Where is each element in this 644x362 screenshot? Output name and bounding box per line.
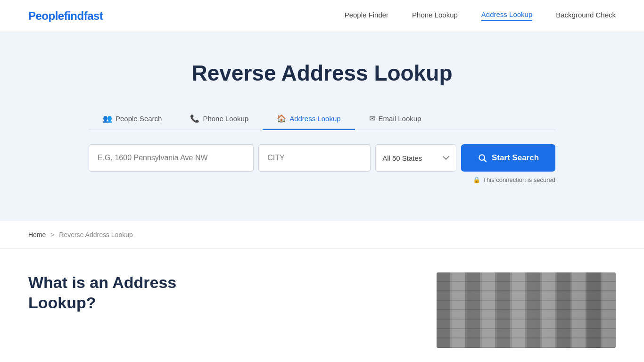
breadcrumb-home[interactable]: Home (28, 231, 46, 239)
nav-people-finder[interactable]: People Finder (345, 11, 388, 21)
address-input[interactable] (89, 144, 254, 172)
tab-address-lookup[interactable]: 🏠 Address Lookup (263, 109, 355, 130)
breadcrumb-current: Reverse Address Lookup (59, 231, 132, 239)
nav-address-lookup[interactable]: Address Lookup (481, 10, 532, 21)
secure-connection-text: 🔒 This connection is secured (473, 176, 555, 183)
email-lookup-icon: ✉ (369, 114, 375, 123)
content-title: What is an Address Lookup? (28, 272, 408, 313)
building-image-placeholder (437, 272, 616, 348)
phone-lookup-icon: 📞 (190, 114, 199, 123)
breadcrumb-section: Home > Reverse Address Lookup (0, 221, 644, 249)
logo[interactable]: Peoplefindfast (28, 9, 103, 23)
hero-title: Reverse Address Lookup (191, 60, 452, 86)
hero-section: Reverse Address Lookup 👥 People Search 📞… (0, 32, 644, 221)
search-form-wrapper: All 50 States Alabama Alaska Arizona Ark… (89, 144, 555, 183)
lock-icon: 🔒 (473, 176, 480, 183)
nav-phone-lookup[interactable]: Phone Lookup (412, 11, 458, 21)
content-section: What is an Address Lookup? (0, 249, 644, 362)
people-search-icon: 👥 (103, 114, 112, 123)
tab-email-lookup[interactable]: ✉ Email Lookup (355, 109, 436, 130)
address-lookup-icon: 🏠 (277, 114, 286, 123)
city-input[interactable] (258, 144, 371, 172)
tab-people-search[interactable]: 👥 People Search (89, 109, 176, 130)
header: Peoplefindfast People Finder Phone Looku… (0, 0, 644, 32)
search-tabs: 👥 People Search 📞 Phone Lookup 🏠 Address… (89, 109, 555, 130)
breadcrumb: Home > Reverse Address Lookup (28, 231, 133, 239)
nav-background-check[interactable]: Background Check (556, 11, 616, 21)
breadcrumb-separator: > (50, 231, 54, 239)
building-image (437, 272, 616, 348)
search-icon (478, 153, 487, 163)
tab-phone-lookup[interactable]: 📞 Phone Lookup (176, 109, 263, 130)
content-text: What is an Address Lookup? (28, 272, 408, 313)
main-nav: People Finder Phone Lookup Address Looku… (345, 10, 616, 21)
svg-line-1 (484, 160, 487, 162)
start-search-button[interactable]: Start Search (461, 144, 555, 172)
search-form: All 50 States Alabama Alaska Arizona Ark… (89, 144, 555, 172)
state-select[interactable]: All 50 States Alabama Alaska Arizona Ark… (375, 144, 456, 172)
